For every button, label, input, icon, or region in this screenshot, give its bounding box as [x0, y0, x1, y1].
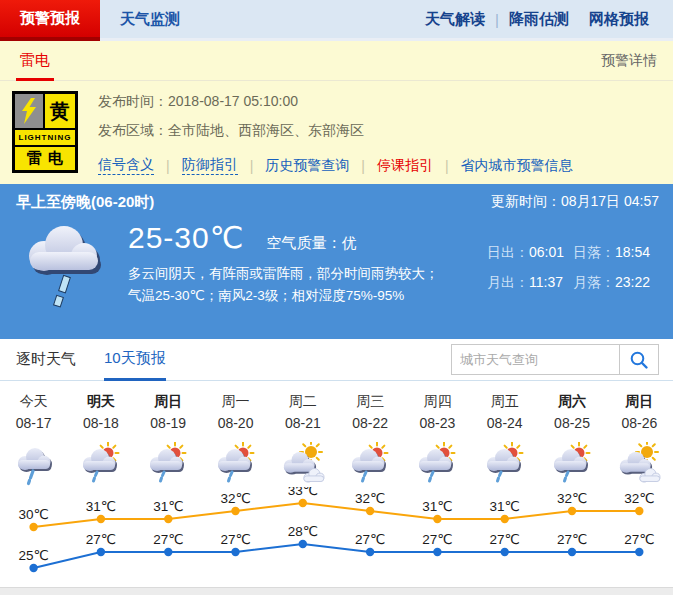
day-date: 08-20	[202, 415, 269, 441]
forecast-day-column[interactable]: 周四08-23	[404, 393, 471, 487]
forecast-day-column[interactable]: 周三08-22	[336, 393, 403, 487]
forecast-day-column[interactable]: 周一08-20	[202, 393, 269, 487]
day-name: 周三	[336, 393, 403, 415]
link-weather-interpretation[interactable]: 天气解读	[415, 10, 495, 29]
svg-text:27℃: 27℃	[220, 532, 250, 547]
forecast-day-column[interactable]: 明天08-18	[67, 393, 134, 487]
day-name: 周日	[135, 393, 202, 415]
svg-text:27℃: 27℃	[153, 532, 183, 547]
link-signal-meaning[interactable]: 信号含义	[98, 156, 154, 175]
forecast-day-column[interactable]: 周日08-19	[135, 393, 202, 487]
sun-moon-item: 日出：06:01	[487, 244, 573, 262]
svg-text:32℃: 32℃	[557, 491, 587, 506]
svg-text:28℃: 28℃	[288, 524, 318, 539]
tab-hourly-weather[interactable]: 逐时天气	[16, 339, 76, 381]
svg-text:27℃: 27℃	[624, 532, 654, 547]
tab-warning-forecast[interactable]: 预警预报	[0, 0, 100, 41]
svg-text:31℃: 31℃	[490, 499, 520, 514]
svg-text:31℃: 31℃	[153, 499, 183, 514]
warning-type-lightning[interactable]: 雷电	[16, 41, 54, 81]
sun-moon-item: 月落：23:22	[573, 274, 659, 292]
forecast-day-column[interactable]: 周五08-24	[471, 393, 538, 487]
weather-sun-rain-icon	[67, 441, 134, 487]
warning-detail-link[interactable]: 预警详情	[601, 52, 657, 70]
forecast-period-title: 早上至傍晚(06-20时)	[16, 193, 154, 212]
warning-links-row: 信号含义 | 防御指引 | 历史预警查询 | 停课指引 | 省内城市预警信息	[98, 156, 573, 175]
badge-label-en: LIGHTNING	[15, 130, 75, 145]
badge-label-cn: 雷电	[15, 147, 75, 170]
day-name: 周五	[471, 393, 538, 415]
day-name: 周一	[202, 393, 269, 415]
svg-text:30℃: 30℃	[19, 507, 49, 522]
svg-text:32℃: 32℃	[355, 491, 385, 506]
day-date: 08-21	[269, 415, 336, 441]
svg-text:27℃: 27℃	[490, 532, 520, 547]
sun-moon-times: 日出：06:01日落：18:54月出：11:37月落：23:22	[487, 218, 659, 317]
day-date: 08-19	[135, 415, 202, 441]
current-conditions-panel: 早上至傍晚(06-20时) 更新时间：08月17日 04:57	[0, 184, 673, 339]
day-date: 08-23	[404, 415, 471, 441]
day-date: 08-18	[67, 415, 134, 441]
forecast-day-column[interactable]: 周日08-26	[606, 393, 673, 487]
day-name: 周六	[538, 393, 605, 415]
publish-time: 发布时间：2018-08-17 05:10:00	[98, 93, 573, 111]
svg-text:27℃: 27℃	[355, 532, 385, 547]
search-button[interactable]	[619, 344, 659, 375]
warning-body: 黄 LIGHTNING 雷电 发布时间：2018-08-17 05:10:00 …	[0, 81, 673, 175]
temperature-range: 25-30℃	[128, 220, 244, 255]
rain-cloud-icon	[18, 218, 114, 317]
temperature-chart: 30℃31℃31℃32℃33℃32℃31℃31℃32℃32℃25℃27℃27℃2…	[0, 487, 673, 583]
day-date: 08-25	[538, 415, 605, 441]
svg-text:32℃: 32℃	[220, 491, 250, 506]
search-input[interactable]	[451, 344, 619, 375]
weather-partly-cloudy-icon	[606, 441, 673, 487]
warning-type-row: 雷电 预警详情	[0, 41, 673, 81]
day-name: 周二	[269, 393, 336, 415]
weather-partly-cloudy-icon	[269, 441, 336, 487]
day-date: 08-24	[471, 415, 538, 441]
city-weather-search	[451, 344, 659, 375]
link-province-city-warnings[interactable]: 省内城市预警信息	[461, 157, 573, 175]
search-icon	[629, 350, 649, 370]
weather-sun-rain-icon	[135, 441, 202, 487]
sun-moon-item: 日落：18:54	[573, 244, 659, 262]
link-grid-forecast[interactable]: 网格预报	[579, 10, 659, 29]
svg-text:27℃: 27℃	[86, 532, 116, 547]
sun-moon-item: 月出：11:37	[487, 274, 573, 292]
svg-text:32℃: 32℃	[624, 491, 654, 506]
svg-text:33℃: 33℃	[288, 487, 318, 498]
day-name: 周日	[606, 393, 673, 415]
day-name: 周四	[404, 393, 471, 415]
svg-text:25℃: 25℃	[19, 548, 49, 563]
forecast-tabs-row: 逐时天气 10天预报	[0, 339, 673, 381]
badge-level-char: 黄	[45, 94, 75, 128]
tab-ten-day-forecast[interactable]: 10天预报	[104, 339, 166, 381]
svg-text:27℃: 27℃	[557, 532, 587, 547]
top-navigation-bar: 预警预报 天气监测 天气解读 | 降雨估测 网格预报	[0, 0, 673, 41]
lightning-warning-badge-icon: 黄 LIGHTNING 雷电	[12, 91, 78, 173]
day-date: 08-22	[336, 415, 403, 441]
update-time: 更新时间：08月17日 04:57	[491, 193, 659, 212]
weather-sun-rain-icon	[336, 441, 403, 487]
air-quality: 空气质量：优	[266, 234, 356, 253]
publish-area: 发布区域：全市陆地、西部海区、东部海区	[98, 122, 573, 140]
forecast-day-column[interactable]: 周二08-21	[269, 393, 336, 487]
warning-section: 雷电 预警详情 黄 LIGHTNING 雷电 发布时间：2018-08-17 0…	[0, 41, 673, 184]
svg-text:27℃: 27℃	[422, 532, 452, 547]
link-class-suspension-guide[interactable]: 停课指引	[377, 157, 433, 175]
svg-text:31℃: 31℃	[86, 499, 116, 514]
weather-rain-icon	[0, 441, 67, 487]
forecast-day-column[interactable]: 周六08-25	[538, 393, 605, 487]
day-date: 08-26	[606, 415, 673, 441]
footer-bar	[0, 587, 673, 595]
topbar-links: 天气解读 | 降雨估测 网格预报	[415, 0, 673, 38]
link-history-warning-query[interactable]: 历史预警查询	[265, 157, 349, 175]
forecast-day-column[interactable]: 今天08-17	[0, 393, 67, 487]
tab-weather-monitoring[interactable]: 天气监测	[100, 0, 200, 38]
link-rain-estimation[interactable]: 降雨估测	[499, 10, 579, 29]
link-defense-guide[interactable]: 防御指引	[182, 156, 238, 175]
day-date: 08-17	[0, 415, 67, 441]
weather-sun-rain-icon	[538, 441, 605, 487]
day-name: 明天	[67, 393, 134, 415]
ten-day-forecast-grid: 今天08-17明天08-18周日08-19周一08-20周二08-21周三08-…	[0, 381, 673, 487]
